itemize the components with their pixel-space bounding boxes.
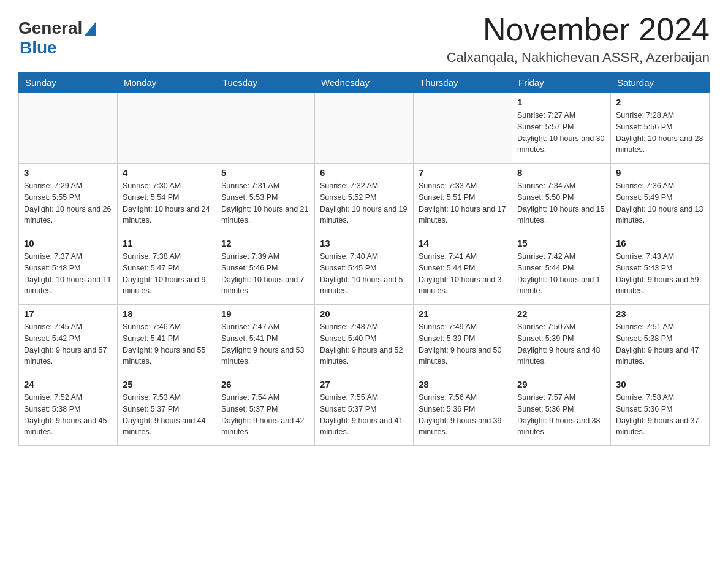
col-header-saturday: Saturday — [611, 72, 710, 93]
calendar-cell: 13Sunrise: 7:40 AMSunset: 5:45 PMDayligh… — [315, 234, 414, 305]
day-info: Sunrise: 7:51 AMSunset: 5:38 PMDaylight:… — [616, 321, 704, 367]
calendar-cell — [216, 93, 315, 164]
day-info: Sunrise: 7:43 AMSunset: 5:43 PMDaylight:… — [616, 251, 704, 297]
day-number: 11 — [123, 238, 211, 248]
day-info: Sunrise: 7:47 AMSunset: 5:41 PMDaylight:… — [221, 321, 309, 367]
col-header-monday: Monday — [118, 72, 216, 93]
header: General Blue November 2024 Calxanqala, N… — [18, 12, 710, 66]
calendar-week-3: 10Sunrise: 7:37 AMSunset: 5:48 PMDayligh… — [19, 234, 710, 305]
day-info: Sunrise: 7:55 AMSunset: 5:37 PMDaylight:… — [320, 392, 408, 438]
calendar-cell: 3Sunrise: 7:29 AMSunset: 5:55 PMDaylight… — [19, 164, 118, 234]
day-number: 19 — [221, 308, 309, 319]
day-number: 30 — [616, 379, 704, 389]
calendar-cell: 4Sunrise: 7:30 AMSunset: 5:54 PMDaylight… — [118, 164, 216, 234]
day-number: 22 — [517, 308, 605, 319]
day-number: 24 — [24, 379, 112, 389]
calendar-cell — [118, 93, 216, 164]
day-info: Sunrise: 7:33 AMSunset: 5:51 PMDaylight:… — [419, 180, 507, 226]
calendar-cell: 8Sunrise: 7:34 AMSunset: 5:50 PMDaylight… — [512, 164, 611, 234]
day-info: Sunrise: 7:52 AMSunset: 5:38 PMDaylight:… — [24, 392, 112, 438]
calendar-cell — [414, 93, 512, 164]
day-number: 21 — [419, 308, 507, 319]
calendar-cell: 23Sunrise: 7:51 AMSunset: 5:38 PMDayligh… — [611, 305, 710, 375]
day-info: Sunrise: 7:42 AMSunset: 5:44 PMDaylight:… — [517, 251, 605, 297]
day-number: 15 — [517, 238, 605, 248]
day-number: 12 — [221, 238, 309, 248]
day-info: Sunrise: 7:30 AMSunset: 5:54 PMDaylight:… — [123, 180, 211, 226]
day-info: Sunrise: 7:40 AMSunset: 5:45 PMDaylight:… — [320, 251, 408, 297]
calendar-cell: 11Sunrise: 7:38 AMSunset: 5:47 PMDayligh… — [118, 234, 216, 305]
calendar-week-4: 17Sunrise: 7:45 AMSunset: 5:42 PMDayligh… — [19, 305, 710, 375]
day-number: 6 — [320, 167, 408, 178]
calendar-cell: 21Sunrise: 7:49 AMSunset: 5:39 PMDayligh… — [414, 305, 512, 375]
day-info: Sunrise: 7:41 AMSunset: 5:44 PMDaylight:… — [419, 251, 507, 297]
day-info: Sunrise: 7:31 AMSunset: 5:53 PMDaylight:… — [221, 180, 309, 226]
day-info: Sunrise: 7:29 AMSunset: 5:55 PMDaylight:… — [24, 180, 112, 226]
col-header-wednesday: Wednesday — [315, 72, 414, 93]
logo-general-text: General — [18, 18, 82, 38]
calendar-cell: 17Sunrise: 7:45 AMSunset: 5:42 PMDayligh… — [19, 305, 118, 375]
location-title: Calxanqala, Nakhichevan ASSR, Azerbaijan — [447, 50, 710, 66]
day-number: 23 — [616, 308, 704, 319]
calendar-header-row: SundayMondayTuesdayWednesdayThursdayFrid… — [19, 72, 710, 93]
col-header-tuesday: Tuesday — [216, 72, 315, 93]
calendar-cell — [19, 93, 118, 164]
col-header-thursday: Thursday — [414, 72, 512, 93]
calendar-week-5: 24Sunrise: 7:52 AMSunset: 5:38 PMDayligh… — [19, 375, 710, 446]
calendar-cell: 26Sunrise: 7:54 AMSunset: 5:37 PMDayligh… — [216, 375, 315, 446]
col-header-sunday: Sunday — [19, 72, 118, 93]
day-number: 25 — [123, 379, 211, 389]
calendar-cell: 22Sunrise: 7:50 AMSunset: 5:39 PMDayligh… — [512, 305, 611, 375]
day-number: 4 — [123, 167, 211, 178]
calendar-cell: 29Sunrise: 7:57 AMSunset: 5:36 PMDayligh… — [512, 375, 611, 446]
calendar-cell: 20Sunrise: 7:48 AMSunset: 5:40 PMDayligh… — [315, 305, 414, 375]
calendar-cell: 18Sunrise: 7:46 AMSunset: 5:41 PMDayligh… — [118, 305, 216, 375]
day-number: 29 — [517, 379, 605, 389]
day-number: 10 — [24, 238, 112, 248]
calendar-cell: 19Sunrise: 7:47 AMSunset: 5:41 PMDayligh… — [216, 305, 315, 375]
day-number: 26 — [221, 379, 309, 389]
day-info: Sunrise: 7:48 AMSunset: 5:40 PMDaylight:… — [320, 321, 408, 367]
calendar-cell — [315, 93, 414, 164]
calendar-table: SundayMondayTuesdayWednesdayThursdayFrid… — [18, 72, 710, 446]
day-info: Sunrise: 7:32 AMSunset: 5:52 PMDaylight:… — [320, 180, 408, 226]
day-info: Sunrise: 7:45 AMSunset: 5:42 PMDaylight:… — [24, 321, 112, 367]
day-number: 1 — [517, 97, 605, 107]
day-number: 14 — [419, 238, 507, 248]
day-info: Sunrise: 7:53 AMSunset: 5:37 PMDaylight:… — [123, 392, 211, 438]
calendar-cell: 27Sunrise: 7:55 AMSunset: 5:37 PMDayligh… — [315, 375, 414, 446]
day-info: Sunrise: 7:56 AMSunset: 5:36 PMDaylight:… — [419, 392, 507, 438]
month-title: November 2024 — [447, 12, 710, 47]
day-info: Sunrise: 7:36 AMSunset: 5:49 PMDaylight:… — [616, 180, 704, 226]
day-info: Sunrise: 7:49 AMSunset: 5:39 PMDaylight:… — [419, 321, 507, 367]
day-info: Sunrise: 7:27 AMSunset: 5:57 PMDaylight:… — [517, 110, 605, 156]
day-number: 2 — [616, 97, 704, 107]
day-info: Sunrise: 7:38 AMSunset: 5:47 PMDaylight:… — [123, 251, 211, 297]
calendar-cell: 28Sunrise: 7:56 AMSunset: 5:36 PMDayligh… — [414, 375, 512, 446]
calendar-cell: 30Sunrise: 7:58 AMSunset: 5:36 PMDayligh… — [611, 375, 710, 446]
day-number: 3 — [24, 167, 112, 178]
calendar-week-1: 1Sunrise: 7:27 AMSunset: 5:57 PMDaylight… — [19, 93, 710, 164]
day-info: Sunrise: 7:57 AMSunset: 5:36 PMDaylight:… — [517, 392, 605, 438]
day-number: 5 — [221, 167, 309, 178]
day-info: Sunrise: 7:34 AMSunset: 5:50 PMDaylight:… — [517, 180, 605, 226]
calendar-cell: 1Sunrise: 7:27 AMSunset: 5:57 PMDaylight… — [512, 93, 611, 164]
svg-marker-0 — [85, 22, 96, 36]
day-number: 13 — [320, 238, 408, 248]
day-number: 27 — [320, 379, 408, 389]
calendar-cell: 9Sunrise: 7:36 AMSunset: 5:49 PMDaylight… — [611, 164, 710, 234]
calendar-cell: 12Sunrise: 7:39 AMSunset: 5:46 PMDayligh… — [216, 234, 315, 305]
calendar-cell: 15Sunrise: 7:42 AMSunset: 5:44 PMDayligh… — [512, 234, 611, 305]
calendar-cell: 2Sunrise: 7:28 AMSunset: 5:56 PMDaylight… — [611, 93, 710, 164]
day-info: Sunrise: 7:28 AMSunset: 5:56 PMDaylight:… — [616, 110, 704, 156]
logo-triangle-icon — [85, 22, 96, 36]
day-info: Sunrise: 7:37 AMSunset: 5:48 PMDaylight:… — [24, 251, 112, 297]
day-info: Sunrise: 7:50 AMSunset: 5:39 PMDaylight:… — [517, 321, 605, 367]
calendar-cell: 25Sunrise: 7:53 AMSunset: 5:37 PMDayligh… — [118, 375, 216, 446]
day-number: 28 — [419, 379, 507, 389]
day-number: 16 — [616, 238, 704, 248]
title-section: November 2024 Calxanqala, Nakhichevan AS… — [447, 12, 710, 66]
logo-blue-text: Blue — [20, 38, 57, 58]
day-number: 9 — [616, 167, 704, 178]
logo: General Blue — [18, 18, 96, 58]
